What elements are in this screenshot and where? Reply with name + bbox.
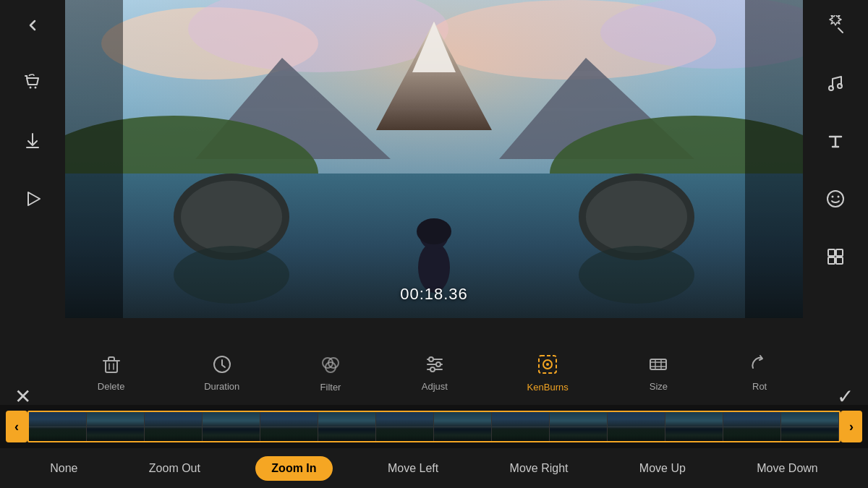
rot-icon xyxy=(749,354,770,375)
svg-point-33 xyxy=(417,218,451,244)
frame-12 xyxy=(665,412,723,441)
play-button[interactable] xyxy=(14,181,51,217)
video-timestamp: 00:18.36 xyxy=(400,285,468,304)
svg-point-7 xyxy=(838,196,840,198)
svg-point-0 xyxy=(30,87,32,89)
filter-icon xyxy=(319,353,342,376)
svg-rect-2 xyxy=(26,147,39,148)
frame-14 xyxy=(781,412,839,441)
frame-9 xyxy=(492,412,550,441)
control-filter[interactable]: Filter xyxy=(319,353,342,393)
svg-rect-25 xyxy=(65,72,803,74)
option-move-down[interactable]: Move Down xyxy=(741,456,833,481)
svg-point-44 xyxy=(436,362,441,367)
frame-6 xyxy=(318,412,376,441)
frame-10 xyxy=(550,412,608,441)
option-move-left[interactable]: Move Left xyxy=(372,456,454,481)
svg-point-6 xyxy=(832,196,834,198)
video-preview: 00:18.36 xyxy=(65,0,803,318)
svg-point-35 xyxy=(579,246,694,304)
svg-rect-38 xyxy=(106,361,117,372)
option-move-up[interactable]: Move Up xyxy=(624,456,702,481)
svg-point-43 xyxy=(429,357,433,361)
effects-button[interactable] xyxy=(817,7,854,43)
filter-label: Filter xyxy=(320,382,341,393)
layout-button[interactable] xyxy=(817,239,854,275)
delete-label: Delete xyxy=(98,381,125,392)
control-delete[interactable]: Delete xyxy=(98,354,125,392)
svg-rect-9 xyxy=(836,249,843,256)
option-none[interactable]: None xyxy=(34,456,93,481)
close-button[interactable]: ✕ xyxy=(14,385,31,408)
confirm-button[interactable]: ✓ xyxy=(837,385,854,408)
frame-8 xyxy=(434,412,492,441)
music-button[interactable] xyxy=(817,65,854,101)
kenburns-icon xyxy=(536,353,559,376)
adjust-icon xyxy=(424,354,446,375)
control-adjust[interactable]: Adjust xyxy=(422,354,448,392)
svg-point-3 xyxy=(829,86,833,90)
frame-5 xyxy=(260,412,318,441)
option-move-right[interactable]: Move Right xyxy=(494,456,584,481)
back-button[interactable] xyxy=(14,7,51,43)
timeline-strip: ‹ › xyxy=(0,405,868,448)
options-bar: None Zoom Out Zoom In Move Left Move Rig… xyxy=(0,448,868,488)
duration-icon xyxy=(211,354,233,375)
kenburns-label: KenBurns xyxy=(527,382,569,393)
right-sidebar xyxy=(803,0,868,398)
control-kenburns[interactable]: KenBurns xyxy=(527,353,569,393)
frame-13 xyxy=(723,412,781,441)
frame-4 xyxy=(203,412,260,441)
svg-rect-26 xyxy=(65,108,803,110)
svg-rect-11 xyxy=(836,257,843,264)
option-zoom-out[interactable]: Zoom Out xyxy=(133,456,216,481)
svg-point-30 xyxy=(586,181,687,253)
svg-point-28 xyxy=(181,181,282,253)
option-zoom-in[interactable]: Zoom In xyxy=(255,456,332,481)
rot-label: Rot xyxy=(752,381,767,392)
emoji-button[interactable] xyxy=(817,181,854,217)
svg-rect-8 xyxy=(828,249,835,256)
control-rot[interactable]: Rot xyxy=(749,354,770,392)
text-button[interactable] xyxy=(817,123,854,159)
timeline-frames xyxy=(27,411,841,442)
svg-point-48 xyxy=(546,363,549,366)
frame-2 xyxy=(87,412,145,441)
svg-point-4 xyxy=(838,84,842,88)
svg-point-45 xyxy=(430,367,435,372)
control-duration[interactable]: Duration xyxy=(204,354,239,392)
size-label: Size xyxy=(650,381,668,392)
timeline-inner: ‹ › xyxy=(0,411,868,442)
delete-icon xyxy=(101,354,122,375)
size-icon xyxy=(647,354,669,375)
duration-label: Duration xyxy=(204,381,239,392)
adjust-label: Adjust xyxy=(422,381,448,392)
timeline-left-button[interactable]: ‹ xyxy=(6,411,27,442)
svg-point-34 xyxy=(174,246,289,304)
frame-11 xyxy=(608,412,665,441)
shop-button[interactable] xyxy=(14,65,51,101)
frame-1 xyxy=(29,412,87,441)
download-button[interactable] xyxy=(14,123,51,159)
frame-3 xyxy=(145,412,203,441)
svg-point-5 xyxy=(827,191,843,207)
svg-rect-37 xyxy=(745,0,803,318)
timeline-right-button[interactable]: › xyxy=(841,411,862,442)
svg-point-1 xyxy=(35,87,37,89)
controls-bar: Delete Duration Filter xyxy=(0,340,868,405)
frame-7 xyxy=(376,412,434,441)
left-sidebar xyxy=(0,0,65,398)
svg-rect-36 xyxy=(65,0,123,318)
control-size[interactable]: Size xyxy=(647,354,669,392)
svg-rect-10 xyxy=(828,257,835,264)
svg-rect-49 xyxy=(650,359,666,369)
